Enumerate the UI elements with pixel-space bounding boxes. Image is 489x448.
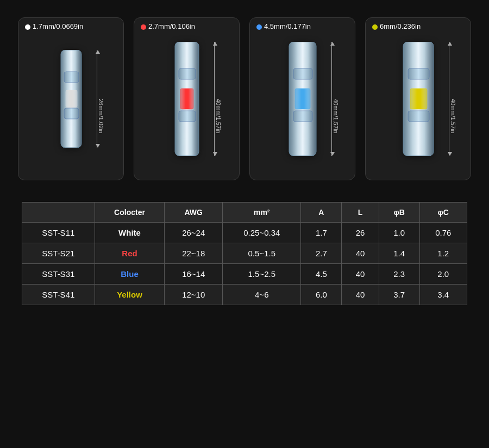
card-dot-card-s31 [256, 24, 262, 30]
phib-cell: 1.0 [379, 223, 419, 243]
color-cell: White [95, 223, 165, 243]
card-length-label-card-s11: 26mm/1.02in [98, 99, 104, 134]
connector-card-card-s21: 2.7mm/0.106in 40mm/1.57in [134, 17, 240, 180]
awg-cell: 22~18 [165, 243, 223, 264]
svg-rect-14 [410, 89, 427, 109]
cards-section: 1.7mm/0.0669in 26mm/1.02in2.7mm/0.106in [0, 0, 489, 191]
th-5: L [342, 203, 379, 223]
card-length-label-card-s21: 40mm/1.57in [215, 99, 222, 134]
th-4: A [301, 203, 342, 223]
table-row: SST-S21Red22~180.5~1.52.7401.41.2 [22, 243, 467, 264]
card-size-label-card-s21: 2.7mm/0.106in [148, 22, 195, 30]
card-length-label-card-s31: 40mm/1.57in [333, 99, 339, 134]
card-dot-card-s41 [372, 24, 378, 30]
mm2-cell: 0.5~1.5 [223, 243, 301, 264]
svg-rect-6 [180, 89, 193, 109]
th-6: φB [379, 203, 419, 223]
card-vline-card-s31: 40mm/1.57in [328, 42, 348, 156]
phib-cell: 3.7 [379, 285, 419, 305]
card-size-label-card-s41: 6mm/0.236in [380, 22, 421, 30]
spec-table: ColocterAWGmm²ALφBφC SST-S11White26~240.… [22, 202, 467, 305]
phic-cell: 1.2 [419, 243, 467, 264]
table-row: SST-S11White26~240.25~0.341.7261.00.76 [22, 223, 467, 243]
awg-cell: 16~14 [165, 264, 223, 285]
a-cell: 4.5 [301, 264, 342, 285]
mm2-cell: 0.25~0.34 [223, 223, 301, 243]
svg-rect-13 [408, 68, 429, 79]
model-cell: SST-S31 [22, 264, 95, 285]
th-3: mm² [223, 203, 301, 223]
svg-rect-3 [64, 108, 79, 119]
card-dot-card-s21 [141, 24, 146, 30]
awg-cell: 12~10 [165, 285, 223, 305]
phic-cell: 2.0 [419, 264, 467, 285]
awg-cell: 26~24 [165, 223, 223, 243]
card-vline-card-s21: 40mm/1.57in [211, 42, 230, 156]
card-vline-card-s11: 26mm/1.02in [93, 50, 113, 148]
l-cell: 26 [342, 223, 379, 243]
svg-rect-15 [408, 111, 429, 122]
card-length-label-card-s41: 40mm/1.57in [450, 99, 456, 134]
svg-rect-1 [64, 72, 79, 83]
table-header-row: ColocterAWGmm²ALφBφC [22, 203, 467, 223]
model-cell: SST-S21 [22, 243, 95, 264]
th-2: AWG [165, 203, 223, 223]
phib-cell: 2.3 [379, 264, 419, 285]
connector-card-card-s31: 4.5mm/0.177in 40mm/1.57in [249, 17, 355, 180]
phic-cell: 3.4 [419, 285, 467, 305]
table-body: SST-S11White26~240.25~0.341.7261.00.76SS… [22, 223, 467, 305]
th-1: Colocter [95, 203, 165, 223]
model-cell: SST-S11 [22, 223, 95, 243]
a-cell: 2.7 [301, 243, 342, 264]
svg-rect-11 [293, 111, 312, 122]
card-size-label-card-s11: 1.7mm/0.0669in [33, 22, 83, 30]
model-cell: SST-S41 [22, 285, 95, 305]
l-cell: 40 [342, 264, 379, 285]
a-cell: 6.0 [301, 285, 342, 305]
th-0 [22, 203, 95, 223]
svg-rect-5 [179, 68, 196, 79]
l-cell: 40 [342, 243, 379, 264]
mm2-cell: 1.5~2.5 [223, 264, 301, 285]
svg-rect-10 [295, 89, 310, 109]
table-row: SST-S41Yellow12~104~66.0403.73.4 [22, 285, 467, 305]
mm2-cell: 4~6 [223, 285, 301, 305]
phib-cell: 1.4 [379, 243, 419, 264]
color-cell: Yellow [95, 285, 165, 305]
color-cell: Red [95, 243, 165, 264]
card-size-label-card-s31: 4.5mm/0.177in [264, 22, 311, 30]
table-row: SST-S31Blue16~141.5~2.54.5402.32.0 [22, 264, 467, 285]
th-7: φC [419, 203, 467, 223]
l-cell: 40 [342, 285, 379, 305]
table-section: ColocterAWGmm²ALφBφC SST-S11White26~240.… [0, 202, 489, 305]
connector-card-card-s11: 1.7mm/0.0669in 26mm/1.02in [18, 17, 124, 180]
svg-rect-9 [293, 68, 312, 79]
svg-rect-2 [66, 90, 77, 108]
card-dot-card-s11 [25, 24, 30, 30]
connector-card-card-s41: 6mm/0.236in 40mm/1.57in [365, 17, 471, 180]
phic-cell: 0.76 [419, 223, 467, 243]
a-cell: 1.7 [301, 223, 342, 243]
card-vline-card-s41: 40mm/1.57in [446, 42, 465, 156]
color-cell: Blue [95, 264, 165, 285]
table-header: ColocterAWGmm²ALφBφC [22, 203, 467, 223]
svg-rect-7 [179, 111, 196, 122]
